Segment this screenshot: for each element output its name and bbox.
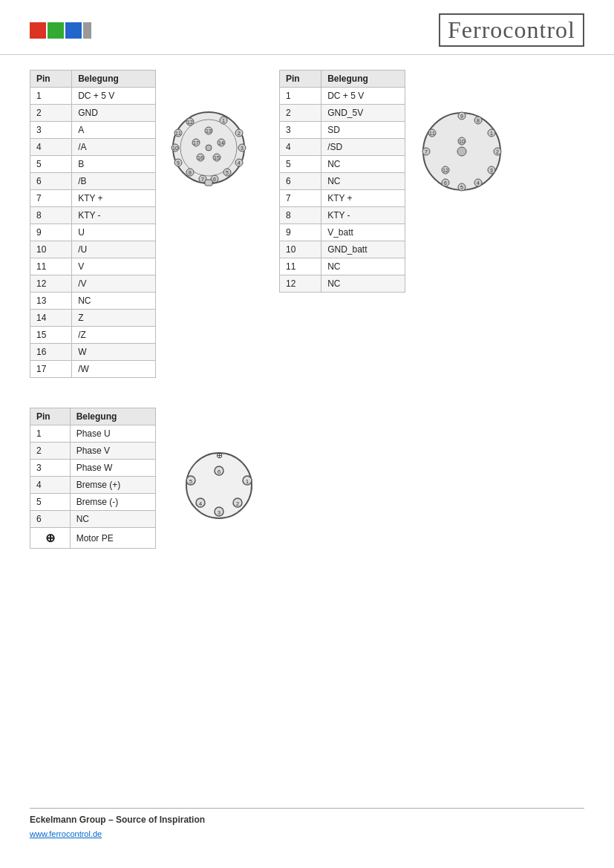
table-row: 10GND_batt	[280, 241, 405, 258]
pin-number: 11	[30, 258, 72, 275]
table-row: 12/V	[30, 275, 156, 293]
pin-belegung: KTY +	[72, 190, 156, 207]
pin-number: 10	[280, 241, 321, 258]
table-row: 5Bremse (-)	[30, 494, 156, 511]
svg-text:11: 11	[429, 131, 435, 136]
pin-belegung: KTY -	[321, 207, 405, 224]
pin-number: 13	[30, 293, 72, 310]
pe-belegung: Motor PE	[70, 528, 155, 549]
svg-rect-37	[205, 180, 212, 186]
table3-col1-header: Pin	[30, 408, 71, 425]
pin-belegung: V	[72, 258, 156, 275]
svg-point-36	[206, 145, 212, 151]
table-row: 1DC + 5 V	[30, 88, 156, 105]
svg-text:7: 7	[425, 149, 428, 154]
svg-text:2: 2	[238, 131, 241, 136]
pin-belegung: DC + 5 V	[72, 88, 156, 105]
pin-number: 6	[30, 511, 71, 528]
svg-text:9: 9	[460, 114, 463, 119]
table-row: 17/W	[30, 361, 156, 378]
pin-number: 3	[30, 460, 71, 477]
table1-col1-header: Pin	[30, 71, 72, 88]
pin-belegung: Phase V	[70, 443, 155, 460]
svg-text:⊕: ⊕	[216, 451, 223, 460]
table-row: 9U	[30, 224, 156, 241]
pin-belegung: NC	[321, 275, 405, 293]
svg-text:8: 8	[477, 118, 480, 123]
svg-text:3: 3	[241, 146, 244, 151]
svg-text:15: 15	[214, 155, 220, 160]
pin-number: 2	[280, 105, 321, 122]
table-row: 10/U	[30, 241, 156, 258]
pin-belegung: NC	[321, 156, 405, 173]
svg-text:4: 4	[238, 160, 241, 166]
table-row: 13NC	[30, 293, 156, 310]
pin-number: 9	[30, 224, 72, 241]
footer-url[interactable]: www.ferrocontrol.de	[30, 829, 584, 838]
table-row: 2Phase V	[30, 443, 156, 460]
pin-number: 9	[280, 224, 321, 241]
svg-text:6: 6	[444, 180, 447, 186]
svg-text:7: 7	[201, 177, 204, 182]
table3: Pin Belegung 1Phase U2Phase V3Phase W4Br…	[30, 408, 156, 549]
table-row: 4/A	[30, 139, 156, 156]
svg-point-63	[457, 147, 466, 156]
svg-text:6: 6	[213, 177, 216, 182]
logo-gray-bar	[83, 22, 91, 39]
table-row: 3A	[30, 122, 156, 139]
table-row: 4Bremse (+)	[30, 477, 156, 494]
connector1-diagram: 1 2 3 4 5 6	[168, 99, 249, 198]
table2-section: Pin Belegung 1DC + 5 V2GND_5V3SD4/SD5NC6…	[279, 70, 506, 378]
pin-number: 14	[30, 310, 72, 327]
connector3-diagram: ⊕ 1 2 3 4 5 6	[178, 437, 260, 549]
pin-belegung: B	[72, 156, 156, 173]
table2-col2-header: Belegung	[321, 71, 405, 88]
table-row: 1DC + 5 V	[280, 88, 405, 105]
table-row: 1Phase U	[30, 425, 156, 443]
pin-number: 4	[30, 477, 71, 494]
svg-text:2: 2	[496, 149, 499, 154]
table-row: 5B	[30, 156, 156, 173]
pin-belegung: /A	[72, 139, 156, 156]
pin-belegung: NC	[70, 511, 155, 528]
table-row: 6NC	[30, 511, 156, 528]
pin-number: 2	[30, 105, 72, 122]
table-row: 14Z	[30, 310, 156, 327]
pin-number: 5	[280, 156, 321, 173]
table-row: 3Phase W	[30, 460, 156, 477]
svg-text:8: 8	[189, 170, 192, 175]
pin-belegung: W	[72, 344, 156, 361]
pin-number: 1	[30, 88, 72, 105]
logo-green-square	[48, 22, 64, 39]
pin-belegung: Phase W	[70, 460, 155, 477]
svg-text:5: 5	[226, 170, 229, 175]
svg-text:3: 3	[490, 168, 493, 173]
table-row: 7KTY +	[30, 190, 156, 207]
svg-text:16: 16	[197, 155, 203, 160]
pin-number: 4	[280, 139, 321, 156]
pin-number: 7	[30, 190, 72, 207]
pin-number: 1	[280, 88, 321, 105]
pin-number: 1	[30, 425, 71, 443]
pin-belegung: GND_batt	[321, 241, 405, 258]
footer-divider	[30, 808, 584, 809]
pin-number: 7	[280, 190, 321, 207]
svg-text:5: 5	[460, 185, 463, 190]
svg-text:1: 1	[222, 118, 225, 123]
svg-text:17: 17	[193, 140, 199, 146]
table-row: 3SD	[280, 122, 405, 139]
pin-belegung: DC + 5 V	[321, 88, 405, 105]
svg-text:13: 13	[206, 128, 212, 134]
svg-text:12: 12	[187, 120, 193, 125]
pin-belegung: Bremse (+)	[70, 477, 155, 494]
table-row: 6NC	[280, 173, 405, 190]
table-row: 4/SD	[280, 139, 405, 156]
table-row: 8KTY -	[280, 207, 405, 224]
pin-number: 3	[280, 122, 321, 139]
pin-belegung: KTY +	[321, 190, 405, 207]
pin-number: 15	[30, 327, 72, 344]
pin-number: 11	[280, 258, 321, 275]
header: Ferrocontrol	[0, 0, 614, 55]
pin-number: 4	[30, 139, 72, 156]
pin-number: 6	[30, 173, 72, 190]
